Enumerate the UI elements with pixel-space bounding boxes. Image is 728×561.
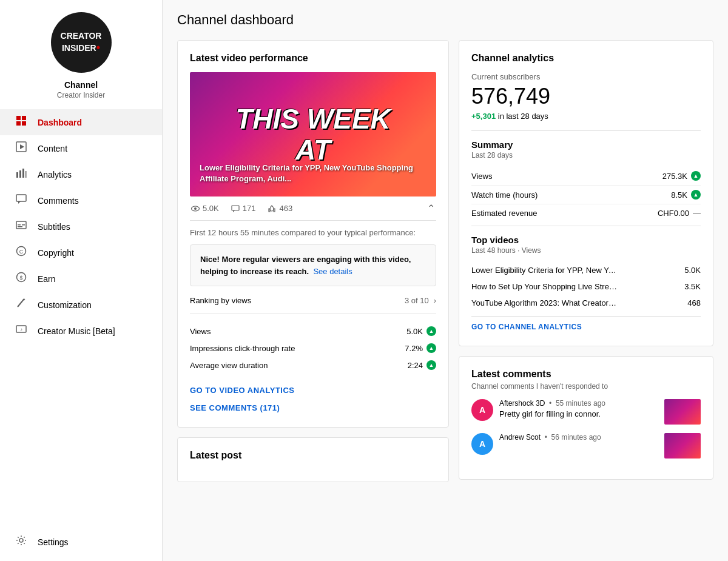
channel-logo: CREATOR INSIDER• (51, 12, 112, 73)
left-column: Latest video performance THIS WEEK AT Lo… (177, 40, 449, 482)
main-content: Channel dashboard Latest video performan… (163, 0, 728, 561)
top-videos-period: Last 48 hours · Views (471, 246, 701, 255)
sidebar-item-copyright[interactable]: C Copyright (0, 240, 162, 266)
top-videos-section: Top videos Last 48 hours · Views Lower E… (471, 226, 701, 334)
see-details-link[interactable]: See details (313, 267, 352, 276)
sidebar-item-comments[interactable]: Comments (0, 187, 162, 213)
like-icon (268, 204, 276, 212)
svg-marker-29 (233, 210, 235, 212)
current-subscribers-label: Current subscribers (471, 72, 701, 81)
channel-analytics-card: Channel analytics Current subscribers 57… (459, 40, 713, 346)
sidebar-item-customization[interactable]: Customization (0, 292, 162, 318)
page-title: Channel dashboard (177, 12, 713, 28)
latest-video-title: Latest video performance (190, 53, 436, 64)
svg-rect-7 (19, 170, 21, 178)
sidebar-item-creator-music[interactable]: ♪ Creator Music [Beta] (0, 318, 162, 344)
metrics-list: Views 5.0K ▲ Impressions click-through r… (190, 323, 436, 374)
sidebar-item-earn[interactable]: $ Earn (0, 266, 162, 292)
top-video-views-2: 468 (687, 298, 701, 307)
video-title-overlay: Lower Eligibility Criteria for YPP, New … (200, 163, 426, 184)
svg-rect-0 (16, 116, 21, 120)
go-channel-analytics-btn[interactable]: GO TO CHANNEL ANALYTICS (471, 316, 701, 334)
sidebar-item-label-comments: Comments (38, 196, 79, 206)
svg-point-25 (19, 539, 23, 542)
collapse-icon[interactable]: ⌃ (427, 203, 435, 214)
sub-growth: +5,301 in last 28 days (471, 112, 701, 121)
comment-content-0: Aftershock 3D • 55 minutes ago Pretty gi… (499, 399, 658, 418)
dollar-icon: $ (15, 272, 28, 286)
sidebar-item-subtitles[interactable]: Subtitles (0, 213, 162, 240)
summary-period: Last 28 days (471, 151, 701, 160)
sidebar-item-settings[interactable]: Settings (0, 529, 162, 555)
watch-summary-up-icon: ▲ (691, 190, 701, 200)
comment-author-line-1: Andrew Scot • 56 minutes ago (499, 433, 658, 442)
views-up-icon: ▲ (426, 326, 436, 336)
right-column: Channel analytics Current subscribers 57… (459, 40, 713, 482)
metric-duration-row: Average view duration 2:24 ▲ (190, 357, 436, 374)
go-video-analytics-btn[interactable]: GO TO VIDEO ANALYTICS (190, 383, 436, 397)
sidebar-item-label-earn: Earn (38, 274, 56, 284)
wand-icon (15, 298, 28, 312)
top-video-row-0: Lower Eligibility Criteria for YPP, New … (471, 262, 701, 278)
likes-stat: 463 (268, 204, 292, 213)
svg-rect-3 (22, 121, 26, 126)
sidebar-item-label-dashboard: Dashboard (38, 118, 82, 127)
svg-point-22 (23, 299, 25, 301)
latest-post-card: Latest post (177, 437, 449, 482)
video-thumbnail[interactable]: THIS WEEK AT Lower Eligibility Criteria … (190, 72, 436, 197)
summary-views-row: Views 275.3K ▲ (471, 167, 701, 186)
summary-watch-value: 8.5K ▲ (671, 190, 701, 200)
eye-icon (191, 206, 200, 212)
see-comments-btn[interactable]: SEE COMMENTS (171) (190, 401, 436, 415)
revenue-dash: — (693, 209, 701, 218)
svg-rect-1 (22, 116, 26, 120)
performance-note: First 12 hours 55 minutes compared to yo… (190, 228, 436, 237)
summary-views-value: 275.3K ▲ (662, 171, 701, 181)
svg-rect-10 (16, 195, 26, 201)
top-video-row-1: How to Set Up Your Shopping Live Stream … (471, 278, 701, 295)
svg-rect-2 (16, 121, 21, 126)
metric-views-label: Views (190, 327, 211, 336)
comment-small-icon (231, 205, 240, 212)
chart-icon (15, 167, 28, 181)
comment-time-1: 56 minutes ago (551, 433, 601, 442)
music-icon: ♪ (15, 324, 28, 338)
sidebar-item-dashboard[interactable]: Dashboard (0, 109, 162, 135)
summary-section: Summary Last 28 days Views 275.3K ▲ Watc… (471, 130, 701, 222)
svg-rect-9 (25, 171, 27, 178)
summary-revenue-row: Estimated revenue CHF0.00 — (471, 204, 701, 222)
comment-time-0: 55 minutes ago (556, 399, 605, 408)
video-stats-bar: 5.0K 171 463 ⌃ (190, 197, 436, 221)
sidebar-item-content[interactable]: Content (0, 135, 162, 161)
svg-text:♪: ♪ (20, 327, 22, 332)
sidebar-item-label-analytics: Analytics (38, 170, 72, 180)
summary-views-label: Views (471, 172, 492, 181)
sidebar-item-label-subtitles: Subtitles (38, 222, 70, 232)
svg-point-27 (194, 207, 197, 210)
views-stat: 5.0K (191, 204, 219, 213)
comments-stat: 171 (231, 204, 256, 213)
sidebar-settings: Settings (0, 529, 162, 561)
latest-video-card: Latest video performance THIS WEEK AT Lo… (177, 40, 449, 428)
logo-text: CREATOR INSIDER• (61, 31, 102, 54)
ctr-up-icon: ▲ (426, 343, 436, 353)
svg-rect-15 (18, 226, 22, 227)
top-video-views-1: 3.5K (684, 282, 701, 291)
metric-ctr-value: 7.2% ▲ (405, 343, 436, 353)
latest-comments-card: Latest comments Channel comments I haven… (459, 356, 713, 480)
summary-revenue-value: CHF0.00 — (658, 209, 701, 218)
svg-rect-8 (22, 169, 24, 178)
sidebar-item-label-content: Content (38, 144, 67, 153)
sidebar-item-label-customization: Customization (38, 300, 92, 310)
comment-author-1: Andrew Scot (499, 433, 541, 442)
sidebar-item-label-copyright: Copyright (38, 248, 74, 258)
gear-icon (15, 535, 28, 549)
duration-up-icon: ▲ (426, 360, 436, 370)
svg-text:C: C (19, 249, 24, 255)
top-video-title-0: Lower Eligibility Criteria for YPP, New … (471, 266, 617, 275)
summary-revenue-label: Estimated revenue (471, 209, 537, 218)
subtitles-icon (15, 220, 28, 233)
comment-author-0: Aftershock 3D (499, 399, 545, 408)
sidebar-item-analytics[interactable]: Analytics (0, 161, 162, 187)
comments-subtitle: Channel comments I haven't responded to (471, 382, 701, 391)
